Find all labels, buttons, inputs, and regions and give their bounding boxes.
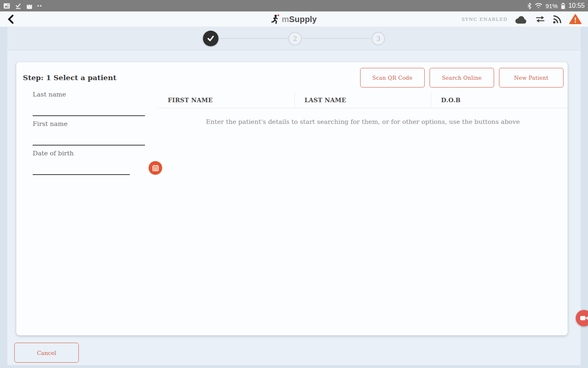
wizard-stepper: 2 3 [7, 27, 581, 50]
step-connector [302, 38, 372, 39]
sync-status-label: SYNC ENABLED [461, 16, 508, 22]
table-header-row: FIRST NAME LAST NAME D.O.B [158, 92, 568, 108]
brand-prefix: m [282, 15, 289, 24]
first-name-label: First name [33, 120, 145, 129]
runner-logo-icon [271, 14, 280, 25]
download-done-icon [15, 2, 22, 9]
cloud-icon [514, 14, 528, 24]
new-patient-button[interactable]: New Patient [499, 68, 564, 88]
brand-text: mSupply [282, 15, 317, 24]
search-online-button[interactable]: Search Online [430, 68, 494, 88]
column-first-name: FIRST NAME [158, 92, 294, 108]
step-title: Step: 1 Select a patient [23, 74, 116, 82]
content-panel: 2 3 Step: 1 Select a patient Scan QR Cod… [7, 27, 581, 365]
warning-icon[interactable] [569, 14, 581, 25]
first-name-input[interactable] [33, 129, 145, 146]
date-of-birth-input[interactable] [33, 159, 130, 175]
cancel-button[interactable]: Cancel [14, 343, 79, 363]
bag-icon [26, 2, 33, 9]
step-1-complete[interactable] [203, 31, 218, 46]
calendar-picker-button[interactable] [149, 161, 162, 175]
page-background: 2 3 Step: 1 Select a patient Scan QR Cod… [0, 27, 588, 368]
rss-icon[interactable] [552, 14, 562, 24]
last-name-input[interactable] [33, 100, 145, 116]
step-2[interactable]: 2 [288, 32, 302, 45]
more-notifications-dots: •• [37, 3, 42, 9]
date-of-birth-label: Date of birth [33, 150, 145, 159]
video-camera-icon [580, 314, 588, 322]
last-name-label: Last name [33, 91, 145, 100]
app-header: mSupply SYNC ENABLED [0, 11, 588, 27]
calendar-icon [152, 164, 159, 172]
brand-suffix: Supply [289, 15, 317, 24]
patient-search-form: Last name First name Date of birth [33, 91, 145, 179]
scan-qr-code-button[interactable]: Scan QR Code [360, 68, 425, 88]
gallery-icon [3, 2, 10, 9]
battery-percent-label: 91% [546, 2, 558, 9]
column-dob: D.O.B [431, 92, 568, 108]
clock-label: 10:55 [568, 2, 585, 9]
sync-arrows-icon[interactable] [535, 15, 546, 23]
battery-icon [561, 2, 566, 9]
check-icon [207, 35, 215, 42]
bluetooth-icon [527, 2, 532, 9]
wifi-icon [535, 2, 543, 9]
step-3[interactable]: 3 [372, 32, 385, 45]
empty-results-message: Enter the patient's details to start sea… [158, 118, 568, 126]
column-last-name: LAST NAME [294, 92, 431, 108]
select-patient-card: Step: 1 Select a patient Scan QR Code Se… [16, 62, 568, 335]
android-status-bar: •• 91% 10:55 [0, 0, 588, 11]
patient-results-table: FIRST NAME LAST NAME D.O.B Enter the pat… [158, 92, 568, 126]
step-connector [218, 38, 288, 39]
